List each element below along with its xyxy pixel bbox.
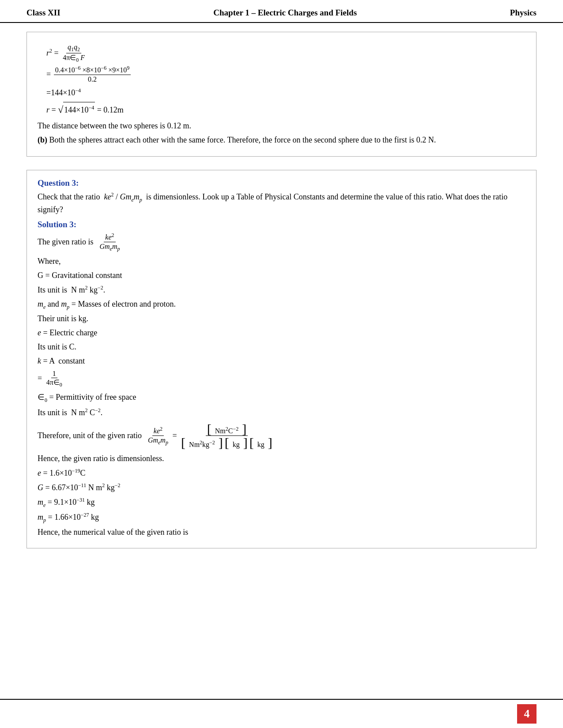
header-subject: Physics [510, 8, 537, 18]
k-fraction-line: = 1 4π∈0 [38, 369, 525, 388]
header-class: Class XII [26, 8, 60, 18]
fraction-unit-ratio: ke2 Gmemp [147, 426, 170, 446]
sqrt-expr: √ 144×10−4 [58, 102, 95, 117]
fraction-k: 1 4π∈0 [45, 369, 64, 388]
G-value: G = 6.67×10−11 N m2 kg−2 [38, 481, 525, 494]
eq-r-squared: r2 = q1q2 4π∈0 F [46, 43, 525, 63]
page-footer: 4 [0, 699, 563, 728]
solution-box-1: r2 = q1q2 4π∈0 F = 0.4×10−6 ×8×10−6 ×9×1… [26, 32, 537, 157]
masses-def: me and mp = Masses of electron and proto… [38, 298, 525, 311]
question3-box: Question 3: Check that the ratio ke2 / G… [26, 170, 537, 548]
mp-value: mp = 1.66×10−27 kg [38, 511, 525, 524]
fraction-values: 0.4×10−6 ×8×10−6 ×9×109 0.2 [54, 65, 131, 83]
k-def: k = A constant [38, 355, 525, 368]
e-value: e = 1.6×10−19C [38, 467, 525, 480]
masses-unit: Their unit is kg. [38, 313, 525, 325]
eq-result-1: =144×10−4 [46, 85, 525, 100]
e-unit: Its unit is C. [38, 341, 525, 353]
part-b-text: (b) Both the spheres attract each other … [38, 134, 525, 146]
eq-r-result: r = √ 144×10−4 = 0.12m [46, 102, 525, 117]
epsilon-unit: Its unit is N m2 C−2. [38, 406, 525, 419]
question3-text: Check that the ratio ke2 / Gmemp is dime… [38, 191, 525, 216]
page-number: 4 [517, 704, 537, 724]
given-ratio-line: The given ratio is ke2 Gmemp [38, 232, 525, 252]
therefore-unit-line: Therefore, unit of the given ratio ke2 G… [38, 422, 525, 449]
eq-substitution: = 0.4×10−6 ×8×10−6 ×9×109 0.2 [46, 65, 525, 83]
G-unit: Its unit is N m2 kg−2. [38, 284, 525, 296]
fraction-units-expanded: [ Nm2C−2 ] [ Nm2kg−2 ] [ kg ] [ kg ] [180, 422, 274, 449]
epsilon-def: ∈0 = Permittivity of free space [38, 391, 525, 404]
question3-label: Question 3: [38, 178, 525, 188]
fraction-given-ratio: ke2 Gmemp [98, 232, 121, 252]
hence-dimensionless: Hence, the given ratio is dimensionless. [38, 453, 525, 465]
me-value: me = 9.1×10−31 kg [38, 496, 525, 509]
numerical-text: Hence, the numerical value of the given … [38, 526, 525, 539]
math-block-1: r2 = q1q2 4π∈0 F = 0.4×10−6 ×8×10−6 ×9×1… [46, 43, 525, 117]
fraction-q1q2: q1q2 4π∈0 F [61, 43, 86, 63]
distance-text: The distance between the two spheres is … [38, 120, 525, 132]
header-chapter: Chapter 1 – Electric Charges and Fields [213, 8, 357, 18]
e-def: e = Electric charge [38, 327, 525, 339]
where-text: Where, [38, 255, 525, 268]
main-content: r2 = q1q2 4π∈0 F = 0.4×10−6 ×8×10−6 ×9×1… [0, 23, 563, 597]
solution3-label: Solution 3: [38, 220, 525, 229]
G-def: G = Gravitational constant [38, 270, 525, 282]
page-header: Class XII Chapter 1 – Electric Charges a… [0, 0, 563, 23]
